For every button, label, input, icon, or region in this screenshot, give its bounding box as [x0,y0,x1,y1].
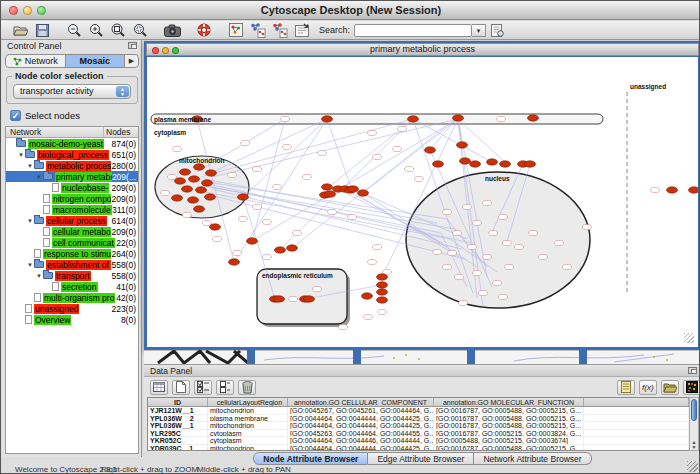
node-unselected[interactable] [479,290,488,295]
tree-item-transport[interactable]: ▼transport558(0) [6,270,138,281]
snapshot-camera-icon[interactable] [161,22,183,39]
tree-item-multi-organism-pro[interactable]: multi-organism pro42(0) [6,292,138,303]
tree-item-biological-process[interactable]: ▼biological_process651(0) [6,149,138,160]
tree-expander-icon[interactable]: ▼ [35,273,43,279]
tab-mosaic[interactable]: Mosaic [66,55,126,67]
node-unselected[interactable] [463,204,472,209]
network-canvas[interactable]: plasma membranecytoplasmmitochondrionnuc… [147,57,698,347]
import-attributes-folder-icon[interactable] [661,380,679,395]
node-selected-red[interactable] [667,187,678,193]
node-unselected[interactable] [497,116,506,121]
node-selected-red[interactable] [322,116,333,122]
select-attributes-icon[interactable] [150,380,168,395]
table-row[interactable]: YPL036W__1mitochondrion[GO:0044464, GO:0… [148,422,689,430]
node-unselected[interactable] [483,254,492,259]
attribute-table[interactable]: ID_cellularLayoutRegionannotation.GO CEL… [147,397,690,451]
node-unselected[interactable] [405,166,414,171]
node-unselected[interactable] [378,309,387,314]
search-input[interactable] [354,24,472,37]
new-network-from-selected-nodes-icon[interactable] [247,22,269,39]
node-selected-red[interactable] [188,197,199,203]
zoom-selected-icon[interactable] [129,22,151,39]
node-unselected[interactable] [364,314,373,319]
node-unselected[interactable] [415,176,424,181]
tree-item-cellular-metabo[interactable]: cellular metabo209(0) [6,226,138,237]
node-unselected[interactable] [493,280,502,285]
tree-item-overview[interactable]: Overview8(0) [6,314,138,325]
node-unselected[interactable] [313,286,322,291]
node-selected-red[interactable] [362,293,373,299]
node-selected-red[interactable] [377,297,388,303]
node-selected-red[interactable] [377,289,388,295]
node-unselected[interactable] [318,150,327,155]
table-row[interactable]: YLR295Ccytoplasm[GO:0045263, GO:0044464,… [148,430,689,438]
node-unselected[interactable] [213,236,222,241]
node-unselected[interactable] [398,126,407,131]
tree-expander-icon[interactable]: ▼ [35,174,43,180]
new-network-from-selected-edges-icon[interactable] [269,22,291,39]
tree-item-nitrogen-compo[interactable]: nitrogen compo209(0) [6,193,138,204]
tree-expander-icon[interactable]: ▼ [17,152,25,158]
heatmap-matrix-icon[interactable] [683,380,700,395]
node-unselected[interactable] [443,209,452,214]
node-selected-red[interactable] [325,191,336,197]
node-unselected[interactable] [473,220,482,225]
node-unselected[interactable] [459,300,468,305]
node-unselected[interactable] [253,204,262,209]
network-window-close-button[interactable] [152,47,159,54]
node-selected-red[interactable] [247,238,258,244]
node-selected-red[interactable] [287,245,298,251]
node-selected-red[interactable] [205,194,216,200]
node-unselected[interactable] [161,190,170,195]
tree-expander-icon[interactable]: ▼ [26,262,34,268]
node-selected-red[interactable] [322,184,333,190]
node-unselected[interactable] [455,274,464,279]
node-selected-red[interactable] [457,142,468,148]
minimize-window-button[interactable] [23,6,32,15]
network-canvas-svg[interactable]: plasma membranecytoplasmmitochondrionnuc… [147,57,698,347]
tab-network[interactable]: Network [6,55,66,67]
node-selected-red[interactable] [206,170,217,176]
scrollbar-arrows[interactable]: ▲▼ [690,440,698,450]
node-unselected[interactable] [263,254,272,259]
tree-column-network[interactable]: Network [6,127,104,137]
node-selected-red[interactable] [525,161,536,167]
new-attribute-icon[interactable] [172,380,190,395]
attribute-checklist-icon[interactable] [194,380,212,395]
tree-item-metabolic-process[interactable]: ▼metabolic process280(0) [6,160,138,171]
tree-item-cellular-process[interactable]: ▼cellular process614(0) [6,215,138,226]
tree-item-secretion[interactable]: secretion41(0) [6,281,138,292]
tab-overflow-button[interactable]: ▶ [125,55,138,67]
node-selected-red[interactable] [460,158,471,164]
table-column-header[interactable]: ID [148,398,208,406]
delete-attribute-trash-icon[interactable] [238,380,256,395]
node-selected-red[interactable] [194,206,205,212]
tree-item-establishment-of-lo[interactable]: ▼establishment of lo558(0) [6,259,138,270]
tree-item-cell-communicat[interactable]: cell communicat22(0) [6,237,138,248]
node-selected-red[interactable] [528,115,539,121]
node-selected-red[interactable] [210,224,221,230]
save-session-icon[interactable] [31,22,53,39]
node-unselected[interactable] [473,270,482,275]
node-selected-red[interactable] [433,161,444,167]
scrollbar-thumb[interactable] [691,399,697,421]
node-unselected[interactable] [241,140,250,145]
node-selected-red[interactable] [172,195,183,201]
network-window-zoom-button[interactable] [172,47,179,54]
open-file-icon[interactable] [9,22,31,39]
attribute-list-icon[interactable] [617,380,635,395]
search-dropdown-arrow[interactable]: ▾ [472,24,486,37]
node-selected-red[interactable] [182,186,193,192]
node-unselected[interactable] [368,259,377,264]
node-unselected[interactable] [253,166,262,171]
node-unselected[interactable] [373,154,382,159]
node-selected-red[interactable] [689,187,699,193]
node-selected-red[interactable] [238,194,249,200]
node-unselected[interactable] [503,240,512,245]
close-window-button[interactable] [9,6,18,15]
node-unselected[interactable] [499,294,508,299]
node-unselected[interactable] [505,264,514,269]
tree-item-unassigned[interactable]: unassigned223(0) [6,303,138,314]
tree-item-primary-metabo[interactable]: ▼primary metabo209(... [6,171,138,182]
node-unselected[interactable] [368,130,377,135]
